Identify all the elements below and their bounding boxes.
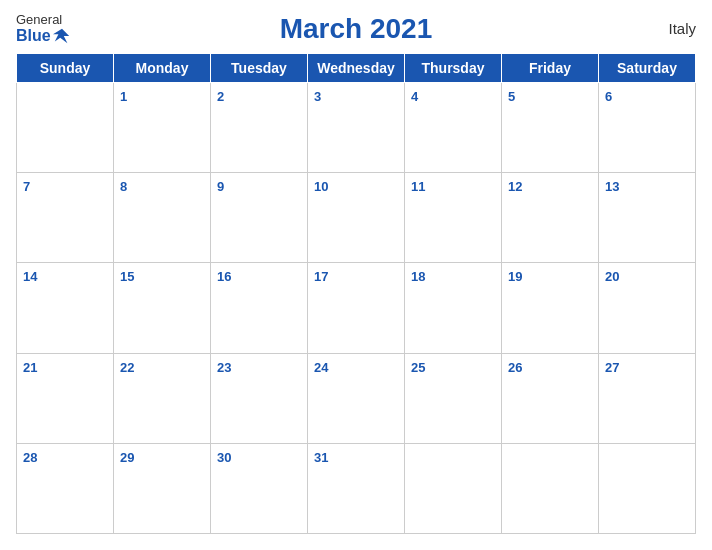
- calendar-header-row: SundayMondayTuesdayWednesdayThursdayFrid…: [17, 54, 696, 83]
- day-number: 15: [120, 269, 134, 284]
- day-number: 8: [120, 179, 127, 194]
- calendar-cell: [405, 443, 502, 533]
- day-number: 25: [411, 360, 425, 375]
- calendar-cell: [17, 83, 114, 173]
- calendar-cell: 17: [308, 263, 405, 353]
- calendar-cell: 7: [17, 173, 114, 263]
- svg-marker-0: [53, 29, 69, 43]
- day-number: 12: [508, 179, 522, 194]
- logo-blue-text: Blue: [16, 27, 71, 45]
- logo: General Blue: [16, 12, 106, 45]
- calendar-cell: 1: [114, 83, 211, 173]
- page-title: March 2021: [280, 13, 433, 45]
- calendar-cell: [599, 443, 696, 533]
- day-number: 11: [411, 179, 425, 194]
- day-number: 10: [314, 179, 328, 194]
- day-number: 29: [120, 450, 134, 465]
- calendar-cell: 12: [502, 173, 599, 263]
- calendar-cell: 19: [502, 263, 599, 353]
- calendar-cell: 24: [308, 353, 405, 443]
- day-number: 20: [605, 269, 619, 284]
- day-number: 1: [120, 89, 127, 104]
- calendar-week-row: 123456: [17, 83, 696, 173]
- day-number: 9: [217, 179, 224, 194]
- calendar-cell: 3: [308, 83, 405, 173]
- calendar-cell: 29: [114, 443, 211, 533]
- calendar-cell: 22: [114, 353, 211, 443]
- calendar-cell: 23: [211, 353, 308, 443]
- day-number: 4: [411, 89, 418, 104]
- day-header-saturday: Saturday: [599, 54, 696, 83]
- day-number: 30: [217, 450, 231, 465]
- calendar-cell: 15: [114, 263, 211, 353]
- calendar-cell: 18: [405, 263, 502, 353]
- calendar-cell: 2: [211, 83, 308, 173]
- day-number: 2: [217, 89, 224, 104]
- day-number: 18: [411, 269, 425, 284]
- calendar-cell: 16: [211, 263, 308, 353]
- calendar-cell: [502, 443, 599, 533]
- calendar-week-row: 14151617181920: [17, 263, 696, 353]
- logo-general-text: General: [16, 12, 62, 27]
- calendar-cell: 26: [502, 353, 599, 443]
- page-header: General Blue March 2021 Italy: [16, 12, 696, 45]
- day-header-thursday: Thursday: [405, 54, 502, 83]
- day-header-monday: Monday: [114, 54, 211, 83]
- day-number: 28: [23, 450, 37, 465]
- day-number: 23: [217, 360, 231, 375]
- calendar-week-row: 78910111213: [17, 173, 696, 263]
- day-number: 5: [508, 89, 515, 104]
- calendar-cell: 5: [502, 83, 599, 173]
- day-number: 26: [508, 360, 522, 375]
- day-number: 14: [23, 269, 37, 284]
- day-number: 6: [605, 89, 612, 104]
- day-number: 27: [605, 360, 619, 375]
- day-number: 17: [314, 269, 328, 284]
- calendar-cell: 28: [17, 443, 114, 533]
- calendar-cell: 4: [405, 83, 502, 173]
- day-number: 24: [314, 360, 328, 375]
- calendar-table: SundayMondayTuesdayWednesdayThursdayFrid…: [16, 53, 696, 534]
- calendar-week-row: 28293031: [17, 443, 696, 533]
- calendar-cell: 30: [211, 443, 308, 533]
- calendar-cell: 21: [17, 353, 114, 443]
- day-header-friday: Friday: [502, 54, 599, 83]
- calendar-cell: 25: [405, 353, 502, 443]
- country-label: Italy: [606, 20, 696, 37]
- calendar-cell: 9: [211, 173, 308, 263]
- calendar-cell: 6: [599, 83, 696, 173]
- day-number: 13: [605, 179, 619, 194]
- calendar-cell: 14: [17, 263, 114, 353]
- day-number: 22: [120, 360, 134, 375]
- day-header-tuesday: Tuesday: [211, 54, 308, 83]
- calendar-cell: 10: [308, 173, 405, 263]
- day-number: 19: [508, 269, 522, 284]
- logo-bird-icon: [53, 27, 71, 45]
- calendar-week-row: 21222324252627: [17, 353, 696, 443]
- calendar-cell: 31: [308, 443, 405, 533]
- day-header-sunday: Sunday: [17, 54, 114, 83]
- calendar-cell: 27: [599, 353, 696, 443]
- day-number: 31: [314, 450, 328, 465]
- day-header-wednesday: Wednesday: [308, 54, 405, 83]
- day-number: 3: [314, 89, 321, 104]
- calendar-cell: 11: [405, 173, 502, 263]
- day-number: 16: [217, 269, 231, 284]
- calendar-cell: 20: [599, 263, 696, 353]
- day-number: 7: [23, 179, 30, 194]
- calendar-cell: 13: [599, 173, 696, 263]
- calendar-cell: 8: [114, 173, 211, 263]
- day-number: 21: [23, 360, 37, 375]
